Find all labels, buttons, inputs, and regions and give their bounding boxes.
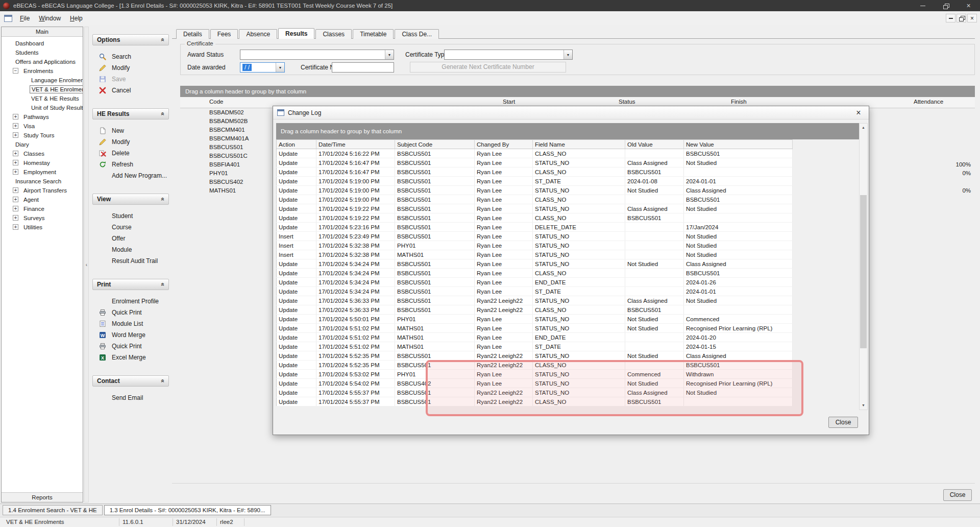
certificate-type-combo[interactable]: ▼	[444, 50, 573, 60]
action-refresh[interactable]: Refresh	[92, 159, 169, 170]
action-quick-print[interactable]: Quick Print	[92, 307, 169, 318]
changelog-row[interactable]: Update17/01/2024 5:51:02 PMMATHS01Ryan L…	[277, 342, 793, 351]
close-window-button[interactable]: ×	[957, 0, 980, 11]
dropdown-arrow-icon[interactable]: ▼	[385, 50, 394, 59]
scroll-up-icon[interactable]: ▲	[860, 124, 867, 132]
expand-node-icon[interactable]: +	[13, 197, 18, 202]
menu-file[interactable]: File	[15, 13, 34, 24]
scrollbar-thumb[interactable]	[860, 195, 867, 348]
date-awarded-picker[interactable]: / / ▼	[240, 62, 285, 73]
tab-timetable[interactable]: Timetable	[353, 29, 394, 39]
changelog-row[interactable]: Update17/01/2024 5:34:24 PMBSBCUS501Ryan…	[277, 278, 793, 287]
changelog-row[interactable]: Update17/01/2024 5:51:02 PMMATHS01Ryan L…	[277, 333, 793, 342]
restore-button[interactable]	[934, 0, 957, 11]
dialog-close-button[interactable]: Close	[828, 417, 858, 428]
action-new[interactable]: New	[92, 125, 169, 136]
action-word-merge[interactable]: WWord Merge	[92, 329, 169, 341]
action-delete[interactable]: Delete	[92, 148, 169, 159]
grid-column-code[interactable]: Code	[209, 99, 224, 105]
changelog-row[interactable]: Update17/01/2024 5:19:22 PMBSBCUS501Ryan…	[277, 213, 793, 223]
expand-node-icon[interactable]: +	[13, 151, 18, 156]
nav-header[interactable]: Main	[2, 27, 83, 37]
nav-item-homestay[interactable]: +Homestay	[2, 158, 83, 167]
nav-item-study-tours[interactable]: +Study Tours	[2, 131, 83, 140]
changelog-row[interactable]: Update17/01/2024 5:16:22 PMBSBCUS501Ryan…	[277, 149, 793, 158]
section-header-options[interactable]: Options»	[92, 34, 169, 45]
dropdown-arrow-icon[interactable]: ▼	[564, 50, 572, 59]
changelog-row[interactable]: Update17/01/2024 5:53:02 PMPHY01Ryan Lee…	[277, 370, 793, 379]
action-course[interactable]: Course	[92, 222, 169, 233]
changelog-column-subject-code[interactable]: Subject Code	[395, 140, 475, 149]
action-excel-merge[interactable]: XExcel Merge	[92, 352, 169, 363]
nav-item-students[interactable]: Students	[2, 48, 83, 57]
changelog-row[interactable]: Update17/01/2024 5:52:35 PMBSBCUS501Ryan…	[277, 351, 793, 361]
window-tab-enrol-details[interactable]: 1.3 Enrol Details - S#: 0000025053 KIRK,…	[104, 505, 271, 515]
changelog-row[interactable]: Update17/01/2024 5:54:02 PMBSBCUS402Ryan…	[277, 379, 793, 388]
action-modify[interactable]: Modify	[92, 62, 169, 74]
dropdown-arrow-icon[interactable]: ▼	[276, 63, 284, 72]
tab-absence[interactable]: Absence	[239, 29, 277, 39]
grid-column-finish[interactable]: Finish	[731, 99, 747, 105]
nav-item-pathways[interactable]: +Pathways	[2, 112, 83, 122]
child-window-icon[interactable]	[4, 15, 12, 22]
changelog-column-new-value[interactable]: New Value	[684, 140, 793, 149]
changelog-row[interactable]: Update17/01/2024 5:36:33 PMBSBCUS501Ryan…	[277, 296, 793, 305]
child-close-button[interactable]: ×	[967, 14, 977, 22]
changelog-row[interactable]: Update17/01/2024 5:34:24 PMBSBCUS501Ryan…	[277, 287, 793, 296]
vertical-scrollbar[interactable]: ▲ ▼	[859, 123, 868, 410]
action-cancel[interactable]: Cancel	[92, 85, 169, 96]
collapse-section-icon[interactable]: »	[159, 283, 166, 286]
child-restore-button[interactable]	[957, 14, 966, 22]
grid-column-start[interactable]: Start	[503, 99, 515, 105]
scroll-down-icon[interactable]: ▼	[860, 401, 867, 410]
expand-node-icon[interactable]: +	[13, 169, 18, 175]
menu-window[interactable]: Window	[34, 13, 65, 24]
changelog-row[interactable]: Insert17/01/2024 5:32:38 PMPHY01Ryan Lee…	[277, 241, 793, 250]
changelog-column-action[interactable]: Action	[277, 140, 316, 149]
nav-item-utilities[interactable]: +Utilities	[2, 223, 83, 232]
changelog-row[interactable]: Update17/01/2024 5:52:35 PMBSBCUS501Ryan…	[277, 361, 793, 370]
expand-node-icon[interactable]: +	[13, 132, 18, 138]
nav-item-airport-transfers[interactable]: +Airport Transfers	[2, 186, 83, 195]
nav-item-agent[interactable]: +Agent	[2, 195, 83, 204]
nav-item-dashboard[interactable]: Dashboard	[2, 39, 83, 48]
child-minimize-button[interactable]	[946, 14, 955, 22]
nav-item-vet-he-enrolments[interactable]: VET & HE Enrolments	[2, 85, 83, 94]
action-add-new-program[interactable]: Add New Program...	[92, 170, 169, 181]
changelog-row[interactable]: Update17/01/2024 5:55:37 PMBSBCUS501Ryan…	[277, 388, 793, 397]
close-button[interactable]: Close	[943, 489, 972, 501]
changelog-row[interactable]: Update17/01/2024 5:19:00 PMBSBCUS501Ryan…	[277, 186, 793, 195]
nav-item-visa[interactable]: +Visa	[2, 122, 83, 131]
changelog-row[interactable]: Update17/01/2024 5:19:22 PMBSBCUS501Ryan…	[277, 204, 793, 213]
section-header-contact[interactable]: Contact»	[92, 375, 169, 387]
expand-node-icon[interactable]: +	[13, 224, 18, 230]
expand-node-icon[interactable]: +	[13, 114, 18, 119]
tab-details[interactable]: Details	[176, 29, 209, 39]
changelog-row[interactable]: Update17/01/2024 5:16:47 PMBSBCUS501Ryan…	[277, 167, 793, 177]
collapse-node-icon[interactable]: −	[13, 68, 18, 74]
action-save[interactable]: Save	[92, 74, 169, 85]
award-status-combo[interactable]: ▼	[240, 50, 394, 60]
changelog-row[interactable]: Update17/01/2024 5:19:00 PMBSBCUS501Ryan…	[277, 177, 793, 186]
expand-node-icon[interactable]: +	[13, 206, 18, 211]
action-module-list[interactable]: Module List	[92, 318, 169, 329]
generate-certificate-number-button[interactable]: Generate Next Certificate Number	[410, 62, 566, 73]
nav-item-classes[interactable]: +Classes	[2, 149, 83, 158]
action-enrolment-profile[interactable]: Enrolment Profile	[92, 296, 169, 307]
certificate-no-input[interactable]	[332, 62, 394, 73]
changelog-row[interactable]: Update17/01/2024 5:55:37 PMBSBCUS501Ryan…	[277, 397, 793, 406]
section-header-print[interactable]: Print»	[92, 279, 169, 290]
changelog-row[interactable]: Update17/01/2024 5:34:24 PMBSBCUS501Ryan…	[277, 269, 793, 278]
nav-item-insurance-search[interactable]: Insurance Search	[2, 177, 83, 186]
changelog-column-old-value[interactable]: Old Value	[625, 140, 684, 149]
nav-item-employment[interactable]: +Employment	[2, 167, 83, 177]
nav-footer-reports[interactable]: Reports	[2, 492, 83, 502]
changelog-row[interactable]: Insert17/01/2024 5:32:38 PMMATHS01Ryan L…	[277, 250, 793, 259]
dialog-title-bar[interactable]: Change Log ×	[273, 106, 869, 119]
nav-item-finance[interactable]: +Finance	[2, 204, 83, 213]
window-tab-enrolment-search[interactable]: 1.4 Enrolment Search - VET & HE	[3, 505, 103, 515]
changelog-row[interactable]: Insert17/01/2024 5:23:49 PMBSBCUS501Ryan…	[277, 232, 793, 241]
nav-item-surveys[interactable]: +Surveys	[2, 213, 83, 223]
nav-item-diary[interactable]: Diary	[2, 140, 83, 149]
dialog-close-icon[interactable]: ×	[852, 108, 865, 117]
